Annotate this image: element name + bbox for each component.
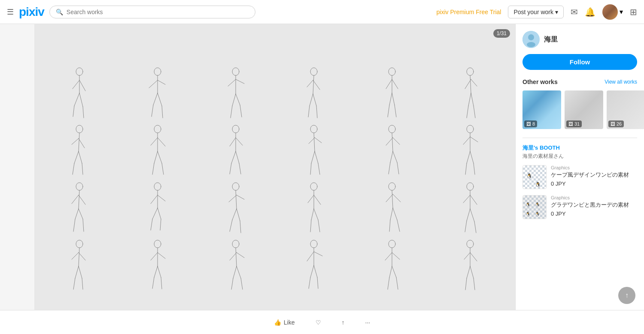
svg-line-67 xyxy=(236,138,243,145)
svg-line-77 xyxy=(315,151,318,163)
svg-line-26 xyxy=(307,80,313,87)
product-item-2[interactable]: 🐧 🐧 🐧 🐧 Graphics グラデワンピと黒カーデの素材 0 JPY xyxy=(522,195,637,219)
svg-line-71 xyxy=(239,163,241,174)
svg-line-19 xyxy=(236,79,244,84)
svg-line-123 xyxy=(314,195,321,205)
pose-figure xyxy=(432,65,508,121)
bookmark-button[interactable]: ♡ xyxy=(310,316,326,329)
mail-icon[interactable]: ✉ xyxy=(571,7,578,17)
svg-line-97 xyxy=(79,190,79,209)
svg-line-87 xyxy=(397,162,399,174)
svg-line-148 xyxy=(75,266,79,278)
product-info-1: Graphics ケープ風デザインワンピの素材 0 JPY xyxy=(551,165,637,189)
hamburger-menu[interactable]: ☰ xyxy=(7,7,14,17)
svg-line-164 xyxy=(233,266,237,278)
svg-line-190 xyxy=(465,278,467,290)
product-thumbnail-1: 🐧 🐧 xyxy=(522,165,547,189)
view-all-link[interactable]: View all works xyxy=(605,79,637,85)
author-avatar[interactable] xyxy=(522,31,540,48)
svg-line-29 xyxy=(313,94,316,106)
scroll-to-top-button[interactable]: ↑ xyxy=(618,287,635,304)
svg-line-53 xyxy=(79,151,82,163)
svg-line-132 xyxy=(390,208,393,220)
svg-line-46 xyxy=(467,106,468,118)
like-button[interactable]: 👍 Like xyxy=(269,316,300,329)
svg-line-68 xyxy=(231,151,236,163)
svg-line-145 xyxy=(79,248,79,266)
pose-figure xyxy=(197,180,274,236)
more-options-button[interactable]: ··· xyxy=(360,316,376,329)
header-right: pixiv Premium Free Trial Post your work … xyxy=(436,4,637,20)
svg-line-49 xyxy=(79,133,79,151)
svg-point-24 xyxy=(310,68,317,75)
svg-line-114 xyxy=(229,195,237,202)
product-price: 0 JPY xyxy=(551,211,637,217)
svg-text:🐧: 🐧 xyxy=(526,202,531,207)
pose-figure xyxy=(276,65,352,121)
svg-point-8 xyxy=(154,68,161,75)
svg-point-176 xyxy=(389,240,395,248)
svg-line-94 xyxy=(465,163,467,175)
svg-line-131 xyxy=(393,194,401,202)
image-count: 26 xyxy=(617,121,622,126)
svg-line-99 xyxy=(79,195,85,205)
svg-line-139 xyxy=(470,195,477,205)
pixiv-logo[interactable]: pixiv xyxy=(19,5,44,19)
svg-line-78 xyxy=(310,163,311,175)
like-label: Like xyxy=(284,319,295,326)
svg-line-6 xyxy=(73,106,74,117)
svg-line-140 xyxy=(467,209,470,221)
follow-button[interactable]: Follow xyxy=(522,54,637,70)
svg-line-85 xyxy=(393,151,397,162)
svg-line-157 xyxy=(158,266,161,277)
svg-line-52 xyxy=(74,151,79,163)
other-work-thumb-3[interactable]: 🖼 26 xyxy=(607,90,644,129)
pose-figure xyxy=(354,180,430,236)
svg-line-102 xyxy=(73,219,75,232)
thumbnails-row: 🖼 8 🖼 31 🖼 26 xyxy=(522,90,637,129)
apps-grid-icon[interactable]: ⊞ xyxy=(630,7,637,17)
svg-line-37 xyxy=(392,93,395,105)
svg-line-126 xyxy=(310,220,311,232)
user-avatar-menu[interactable]: ▾ xyxy=(602,4,623,20)
premium-trial-link[interactable]: pixiv Premium Free Trial xyxy=(436,9,501,15)
svg-point-72 xyxy=(310,125,317,133)
main-layout: 1/31 xyxy=(0,24,644,334)
other-work-thumb-2[interactable]: 🖼 31 xyxy=(565,90,603,129)
pose-figure xyxy=(197,123,274,178)
pose-figure xyxy=(354,123,430,178)
svg-line-45 xyxy=(471,93,474,106)
product-type: Graphics xyxy=(551,165,637,170)
svg-line-36 xyxy=(389,93,392,105)
svg-line-183 xyxy=(396,277,398,289)
share-button[interactable]: ↑ xyxy=(337,316,350,329)
svg-point-168 xyxy=(310,240,317,248)
svg-line-124 xyxy=(311,209,314,220)
product-price: 0 JPY xyxy=(551,181,637,187)
svg-line-111 xyxy=(160,219,161,230)
other-work-thumb-1[interactable]: 🖼 8 xyxy=(522,90,561,129)
svg-point-40 xyxy=(467,68,474,75)
avatar-chevron-icon: ▾ xyxy=(620,8,623,16)
svg-point-56 xyxy=(154,125,161,133)
image-count-icon: 🖼 xyxy=(611,121,615,126)
svg-point-112 xyxy=(232,183,239,190)
svg-point-193 xyxy=(528,34,534,40)
svg-line-18 xyxy=(228,79,236,86)
post-your-work-button[interactable]: Post your work ▾ xyxy=(508,6,564,18)
svg-line-182 xyxy=(388,277,389,289)
svg-line-174 xyxy=(309,277,310,289)
pose-figure xyxy=(432,180,508,236)
thumb-badge: 🖼 8 xyxy=(524,120,537,127)
search-input[interactable] xyxy=(67,9,249,15)
svg-point-16 xyxy=(232,68,239,75)
svg-line-150 xyxy=(73,278,75,289)
product-item-1[interactable]: 🐧 🐧 Graphics ケープ風デザインワンピの素材 0 JPY xyxy=(522,165,637,189)
svg-line-181 xyxy=(392,266,396,277)
svg-line-39 xyxy=(395,105,396,117)
svg-line-12 xyxy=(153,93,158,105)
notification-icon[interactable]: 🔔 xyxy=(585,7,595,17)
booth-title[interactable]: 海里's BOOTH xyxy=(522,144,637,152)
svg-line-3 xyxy=(79,80,85,91)
svg-line-138 xyxy=(463,195,470,203)
